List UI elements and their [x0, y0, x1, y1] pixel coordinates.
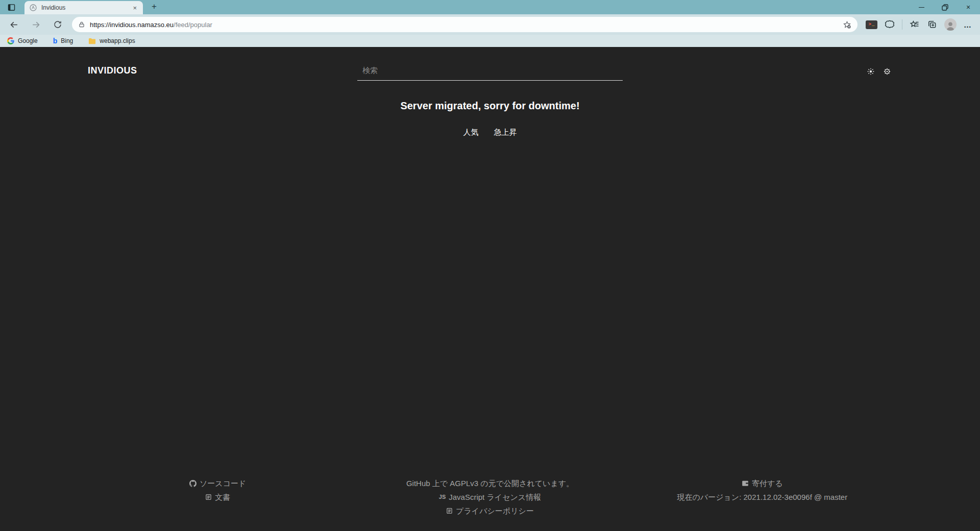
- back-button[interactable]: [6, 17, 21, 32]
- donate-label: 寄付する: [752, 476, 783, 490]
- folder-icon: [88, 38, 96, 44]
- tab-title: Invidious: [41, 4, 127, 11]
- google-icon: [7, 37, 14, 44]
- invidious-favicon-icon: [29, 4, 37, 12]
- bookmark-google[interactable]: Google: [7, 37, 38, 44]
- terminal-extension-button[interactable]: >_: [866, 20, 877, 29]
- refresh-icon: [53, 20, 62, 29]
- tab-popular[interactable]: 人気: [463, 128, 479, 137]
- feed-tabs: 人気 急上昇: [0, 128, 980, 137]
- favorites-button[interactable]: [910, 19, 920, 30]
- theme-toggle-button[interactable]: [867, 67, 875, 76]
- license-line-label: GitHub 上で AGPLv3 の元で公開されています。: [406, 476, 574, 490]
- search-form: [357, 61, 623, 81]
- bookmark-label: webapp.clips: [100, 37, 135, 44]
- window-close-button[interactable]: ×: [957, 0, 980, 14]
- profile-button[interactable]: [944, 18, 957, 31]
- js-icon: JS: [439, 490, 446, 504]
- forward-button[interactable]: [28, 17, 43, 32]
- bing-icon: b: [53, 37, 58, 44]
- extension-blob-button[interactable]: [885, 19, 895, 30]
- url-text: https://invidious.namazso.eu/feed/popula…: [90, 21, 212, 29]
- documentation-label: 文書: [215, 490, 230, 504]
- site-security-lock-icon[interactable]: [78, 21, 85, 28]
- privacy-policy-link[interactable]: プライバシーポリシー: [354, 504, 626, 518]
- bookmark-folder-webapp-clips[interactable]: webapp.clips: [88, 37, 135, 44]
- toolbar-icon-cluster: >_ …: [862, 18, 974, 31]
- document-icon: [446, 508, 453, 514]
- version-line: 現在のバージョン: 2021.12.02-3e0096f @ master: [626, 490, 898, 504]
- banner-message: Server migrated, sorry for downtime!: [0, 100, 980, 112]
- wallet-icon: [742, 480, 749, 487]
- minimize-icon: [919, 7, 924, 8]
- terminal-prompt-icon: >: [869, 22, 871, 27]
- forward-arrow-icon: [31, 20, 41, 30]
- document-icon: [205, 494, 212, 500]
- bookmarks-bar: Google b Bing webapp.clips: [0, 35, 980, 47]
- add-favorite-button[interactable]: [843, 20, 851, 29]
- bookmark-bing[interactable]: b Bing: [53, 37, 74, 44]
- url-domain: https://invidious.namazso.eu: [90, 21, 174, 29]
- github-icon: [189, 480, 197, 487]
- tab-actions-button[interactable]: [5, 2, 17, 12]
- collections-button[interactable]: [927, 19, 937, 30]
- browser-tab[interactable]: Invidious ×: [24, 1, 143, 14]
- source-code-link[interactable]: ソースコード: [82, 476, 354, 490]
- bookmark-label: Google: [18, 37, 38, 44]
- donate-link[interactable]: 寄付する: [626, 476, 898, 490]
- refresh-button[interactable]: [50, 17, 65, 32]
- js-license-link[interactable]: JS JavaScript ライセンス情報: [354, 490, 626, 504]
- window-controls: ×: [910, 0, 980, 14]
- new-tab-button[interactable]: +: [148, 1, 160, 13]
- version-label: 現在のバージョン: 2021.12.02-3e0096f @ master: [677, 490, 847, 504]
- url-path: /feed/popular: [174, 21, 212, 29]
- invidious-logo[interactable]: INVIDIOUS: [88, 65, 137, 76]
- page-footer: ソースコード 文書 GitHub 上で AGPLv3 の元で公開されています。 …: [82, 476, 898, 531]
- window-minimize-button[interactable]: [910, 0, 933, 14]
- footer-right-column: 寄付する 現在のバージョン: 2021.12.02-3e0096f @ mast…: [626, 476, 898, 504]
- browser-titlebar: Invidious × + ×: [0, 0, 980, 14]
- invidious-page: INVIDIOUS Server migrated, sorry for dow…: [0, 47, 980, 531]
- browser-toolbar: https://invidious.namazso.eu/feed/popula…: [0, 14, 980, 35]
- settings-more-button[interactable]: …: [964, 20, 972, 29]
- toolbar-divider: [902, 19, 902, 30]
- search-input[interactable]: [357, 61, 623, 81]
- window-restore-button[interactable]: [933, 0, 957, 14]
- js-license-label: JavaScript ライセンス情報: [449, 490, 541, 504]
- bookmark-label: Bing: [61, 37, 73, 44]
- privacy-policy-label: プライバシーポリシー: [456, 504, 534, 518]
- source-code-label: ソースコード: [200, 476, 246, 490]
- footer-center-column: GitHub 上で AGPLv3 の元で公開されています。 JS JavaScr…: [354, 476, 626, 518]
- tab-trending[interactable]: 急上昇: [494, 128, 517, 137]
- restore-icon: [942, 4, 948, 11]
- back-arrow-icon: [9, 20, 19, 30]
- vertical-tabs-icon: [7, 3, 16, 12]
- header-icons: [867, 67, 891, 76]
- documentation-link[interactable]: 文書: [82, 490, 354, 504]
- footer-left-column: ソースコード 文書: [82, 476, 354, 504]
- address-bar[interactable]: https://invidious.namazso.eu/feed/popula…: [72, 17, 857, 32]
- tab-close-button[interactable]: ×: [131, 4, 138, 12]
- preferences-gear-button[interactable]: [883, 67, 891, 76]
- license-line-link[interactable]: GitHub 上で AGPLv3 の元で公開されています。: [354, 476, 626, 490]
